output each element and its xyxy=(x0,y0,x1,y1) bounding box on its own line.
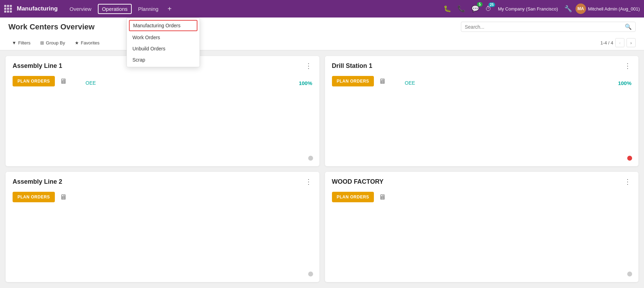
card-actions-assembly-line-1: PLAN ORDERS 🖥 OEE 100% xyxy=(13,76,312,86)
plan-orders-button-assembly-line-2[interactable]: PLAN ORDERS xyxy=(13,192,55,202)
dropdown-manufacturing-orders[interactable]: Manufacturing Orders xyxy=(129,20,197,31)
oee-label-assembly-line-1: OEE xyxy=(86,80,96,86)
card-actions-wood-factory: PLAN ORDERS 🖥 xyxy=(332,192,632,202)
tools-icon[interactable]: 🔧 xyxy=(563,3,573,14)
avatar[interactable]: MA xyxy=(576,3,586,14)
filter-row: ▼ Filters ⊞ Group By ★ Favorites 1-4 / 4… xyxy=(8,35,636,50)
card-menu-assembly-line-1[interactable]: ⋮ xyxy=(305,62,312,69)
card-title-assembly-line-1: Assembly Line 1 xyxy=(13,62,62,70)
card-header-wood-factory: WOOD FACTORY ⋮ xyxy=(332,178,632,185)
page-title: Work Centers Overview xyxy=(8,22,95,31)
top-nav: Manufacturing Overview Operations Planni… xyxy=(0,0,644,17)
phone-icon[interactable]: 📞 xyxy=(456,3,466,14)
card-indicator-drill-station-1 xyxy=(627,156,632,161)
card-indicator-assembly-line-1 xyxy=(308,156,313,161)
monitor-icon-drill-station-1[interactable]: 🖥 xyxy=(379,77,386,85)
card-header-drill-station-1: Drill Station 1 ⋮ xyxy=(332,62,632,70)
card-stats-assembly-line-1: OEE 100% xyxy=(86,80,312,86)
group-by-button[interactable]: ⊞ Group By xyxy=(37,39,68,47)
card-header-assembly-line-2: Assembly Line 2 ⋮ xyxy=(13,178,312,185)
bug-icon[interactable]: 🐛 xyxy=(442,3,453,14)
work-card-drill-station-1: Drill Station 1 ⋮ PLAN ORDERS 🖥 OEE 100% xyxy=(325,56,639,166)
operations-dropdown: Manufacturing Orders Work Orders Unbuild… xyxy=(126,17,200,67)
card-menu-assembly-line-2[interactable]: ⋮ xyxy=(305,178,312,185)
chat-icon[interactable]: 💬 5 xyxy=(470,3,480,14)
star-icon: ★ xyxy=(75,40,79,45)
card-stats-drill-station-1: OEE 100% xyxy=(405,80,631,86)
monitor-icon-wood-factory[interactable]: 🖥 xyxy=(379,193,386,201)
plan-orders-button-wood-factory[interactable]: PLAN ORDERS xyxy=(332,192,374,202)
favorites-button[interactable]: ★ Favorites xyxy=(71,39,103,47)
cards-grid: Assembly Line 1 ⋮ PLAN ORDERS 🖥 OEE 100%… xyxy=(0,50,644,288)
card-menu-wood-factory[interactable]: ⋮ xyxy=(624,178,631,185)
group-by-label: Group By xyxy=(46,40,65,45)
nav-operations[interactable]: Operations xyxy=(98,4,132,14)
work-card-assembly-line-1: Assembly Line 1 ⋮ PLAN ORDERS 🖥 OEE 100% xyxy=(6,56,319,166)
dropdown-work-orders[interactable]: Work Orders xyxy=(127,32,200,43)
user-name: Mitchell Admin (Aug_001) xyxy=(588,6,640,12)
page-header: Work Centers Overview 🔍 ▼ Filters ⊞ Grou… xyxy=(0,17,644,50)
card-title-drill-station-1: Drill Station 1 xyxy=(332,62,372,70)
search-input[interactable] xyxy=(465,24,625,30)
card-actions-assembly-line-2: PLAN ORDERS 🖥 xyxy=(13,192,312,202)
favorites-label: Favorites xyxy=(81,40,99,45)
page-prev-button[interactable]: ‹ xyxy=(615,38,624,47)
card-title-assembly-line-2: Assembly Line 2 xyxy=(13,178,62,185)
app-brand: Manufacturing xyxy=(17,5,58,12)
monitor-icon-assembly-line-1[interactable]: 🖥 xyxy=(60,77,67,85)
plan-orders-button-drill-station-1[interactable]: PLAN ORDERS xyxy=(332,76,374,86)
timer-badge: 25 xyxy=(489,2,495,7)
group-by-icon: ⊞ xyxy=(40,40,44,45)
monitor-icon-assembly-line-2[interactable]: 🖥 xyxy=(60,193,67,201)
filters-button[interactable]: ▼ Filters xyxy=(8,39,34,47)
page-next-button[interactable]: › xyxy=(627,38,636,47)
card-menu-drill-station-1[interactable]: ⋮ xyxy=(624,62,631,69)
filters-label: Filters xyxy=(18,40,30,45)
plan-orders-button-assembly-line-1[interactable]: PLAN ORDERS xyxy=(13,76,55,86)
filter-icon: ▼ xyxy=(12,40,16,45)
nav-overview[interactable]: Overview xyxy=(65,4,96,14)
search-bar[interactable]: 🔍 xyxy=(461,22,636,32)
dropdown-unbuild-orders[interactable]: Unbuild Orders xyxy=(127,43,200,54)
oee-value-assembly-line-1: 100% xyxy=(299,80,312,86)
chat-badge: 5 xyxy=(477,2,483,7)
app-grid-icon[interactable] xyxy=(4,5,12,13)
work-card-wood-factory: WOOD FACTORY ⋮ PLAN ORDERS 🖥 xyxy=(325,172,639,282)
nav-planning[interactable]: Planning xyxy=(134,4,162,14)
card-actions-drill-station-1: PLAN ORDERS 🖥 OEE 100% xyxy=(332,76,632,86)
timer-icon[interactable]: ⏱ 25 xyxy=(484,4,493,14)
card-title-wood-factory: WOOD FACTORY xyxy=(332,178,384,185)
work-card-assembly-line-2: Assembly Line 2 ⋮ PLAN ORDERS 🖥 xyxy=(6,172,319,282)
pagination: 1-4 / 4 ‹ › xyxy=(600,38,636,47)
company-name: My Company (San Francisco) xyxy=(498,6,558,12)
dropdown-scrap[interactable]: Scrap xyxy=(127,54,200,65)
oee-value-drill-station-1: 100% xyxy=(618,80,631,86)
card-indicator-assembly-line-2 xyxy=(308,272,313,276)
search-icon[interactable]: 🔍 xyxy=(625,23,632,30)
nav-icons-group: 🐛 📞 💬 5 ⏱ 25 xyxy=(442,3,493,14)
oee-label-drill-station-1: OEE xyxy=(405,80,415,86)
card-indicator-wood-factory xyxy=(627,272,632,276)
pagination-text: 1-4 / 4 xyxy=(600,40,613,45)
nav-add-button[interactable]: + xyxy=(165,3,174,14)
